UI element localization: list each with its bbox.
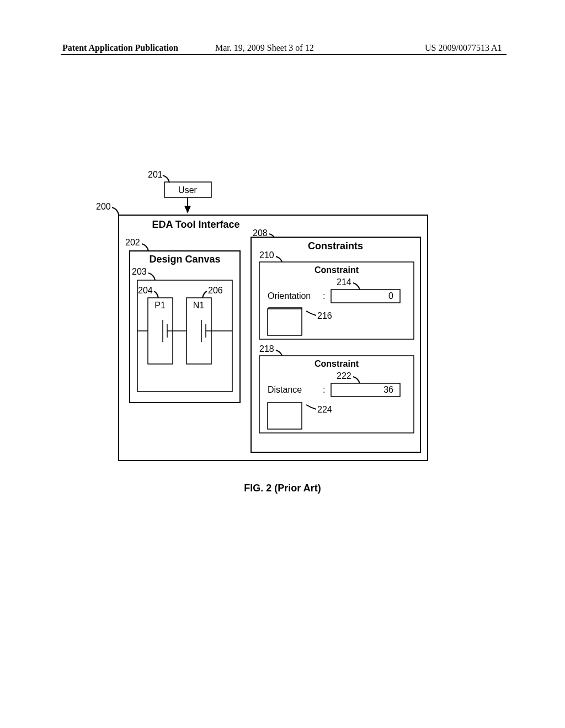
user-label: User [178, 185, 197, 195]
ref-222: 222 [337, 371, 351, 381]
constraint1-tree-frame [268, 309, 302, 335]
orientation-label: Orientation [268, 291, 311, 301]
header-date-sheet: Mar. 19, 2009 Sheet 3 of 12 [215, 43, 314, 53]
ref-204: 204 [138, 286, 153, 295]
ref-201: 201 [148, 170, 163, 179]
figure-svg: User 201 200 EDA Tool Interface 202 Desi… [86, 165, 477, 474]
constraint1-title: Constraint [315, 265, 359, 275]
header-publication-label: Patent Application Publication [62, 43, 178, 53]
distance-label: Distance [268, 385, 302, 394]
design-canvas-title: Design Canvas [149, 254, 220, 265]
ref-218: 218 [259, 344, 274, 354]
constraint2-tree-frame [268, 403, 302, 429]
constraint2-title: Constraint [315, 359, 359, 368]
ref-202: 202 [125, 238, 140, 247]
ref-208: 208 [253, 228, 268, 238]
ref-203: 203 [132, 267, 147, 276]
orientation-colon: : [323, 291, 325, 301]
device-n1-label: N1 [193, 301, 205, 310]
distance-colon: : [323, 385, 325, 394]
ref-214: 214 [337, 277, 351, 287]
figure-caption: FIG. 2 (Prior Art) [0, 483, 565, 494]
ref-200: 200 [96, 202, 111, 211]
header-rule [61, 54, 507, 55]
distance-value: 36 [383, 385, 393, 394]
leader-201 [163, 175, 169, 183]
leader-200 [112, 207, 119, 215]
constraints-title: Constraints [308, 240, 363, 251]
device-p1-label: P1 [154, 301, 166, 310]
ref-206: 206 [208, 286, 223, 295]
header-pub-number: US 2009/0077513 A1 [425, 43, 502, 53]
page-root: Patent Application Publication Mar. 19, … [0, 0, 565, 728]
ref-216: 216 [317, 311, 332, 320]
ref-224: 224 [317, 405, 332, 414]
eda-title: EDA Tool Interface [152, 219, 239, 230]
orientation-value: 0 [388, 291, 393, 301]
ref-210: 210 [259, 250, 274, 260]
